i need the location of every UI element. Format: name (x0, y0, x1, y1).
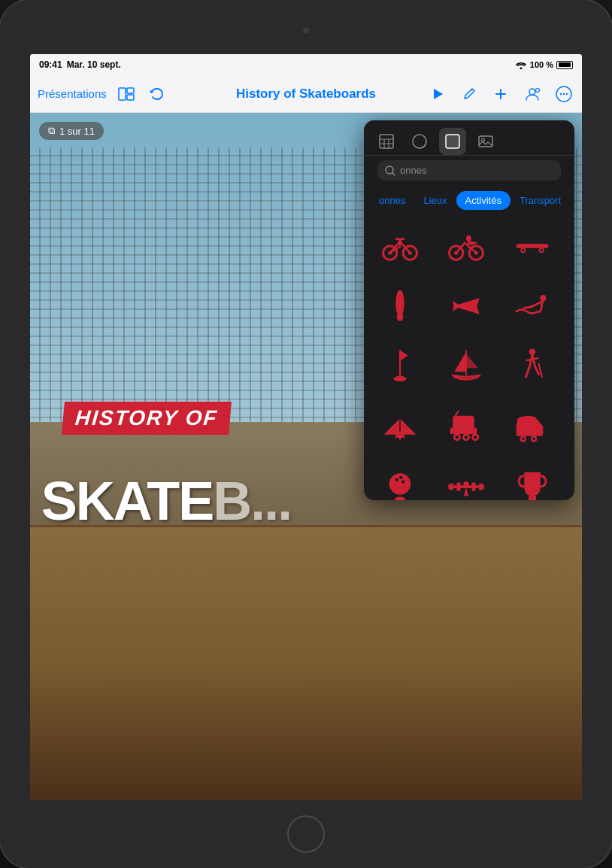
search-icon (385, 165, 395, 176)
category-personnes[interactable]: onnes (370, 191, 414, 210)
tab-table[interactable] (373, 128, 400, 155)
surfboard-icon-cell[interactable] (371, 278, 429, 335)
svg-point-70 (395, 497, 405, 500)
document-title: History of Skateboards (217, 86, 395, 102)
battery-percent: 100 % (530, 60, 553, 69)
date-display: Mar. 10 sept. (67, 59, 121, 70)
tab-chart[interactable] (406, 128, 433, 155)
svg-point-7 (536, 88, 540, 92)
swimmer-icon-cell[interactable] (504, 278, 561, 335)
add-button[interactable] (490, 83, 511, 105)
time-display: 09:41 (39, 59, 62, 70)
svg-point-58 (456, 436, 459, 439)
svg-point-78 (463, 481, 469, 487)
svg-point-21 (482, 138, 485, 141)
picker-tab-bar (364, 120, 574, 156)
svg-rect-77 (472, 482, 476, 490)
svg-rect-76 (457, 482, 461, 490)
svg-point-64 (522, 438, 525, 441)
svg-marker-3 (434, 89, 443, 99)
svg-marker-43 (400, 351, 408, 361)
battery-icon (556, 61, 573, 69)
svg-point-60 (474, 436, 477, 439)
svg-point-10 (563, 93, 565, 94)
tab-media[interactable] (472, 128, 499, 155)
svg-point-65 (532, 438, 535, 441)
more-button[interactable] (553, 83, 574, 105)
hiker-icon-cell[interactable] (504, 338, 561, 395)
toolbar: Présentations History o (30, 75, 582, 113)
icon-grid (364, 214, 574, 500)
play-button[interactable] (427, 83, 448, 105)
rollerskate-alt-icon-cell[interactable] (504, 398, 561, 455)
weightlifting-icon-cell[interactable] (438, 458, 495, 500)
svg-rect-74 (481, 484, 484, 489)
home-button[interactable] (287, 815, 325, 853)
svg-point-9 (560, 93, 562, 94)
svg-rect-54 (450, 427, 477, 434)
history-of-label: HISTORY OF (62, 402, 231, 435)
shape-picker-panel: onnes onnes Lieux Activités Transport (364, 120, 574, 500)
svg-point-28 (398, 240, 402, 244)
pencil-button[interactable] (459, 83, 480, 105)
svg-point-11 (566, 93, 568, 94)
svg-rect-79 (529, 496, 536, 500)
svg-point-67 (395, 478, 398, 481)
svg-point-68 (399, 476, 402, 479)
svg-point-38 (540, 249, 543, 252)
airplane-icon-cell[interactable] (438, 278, 495, 335)
hangglider-icon-cell[interactable] (371, 398, 429, 455)
sailboat-icon-cell[interactable] (438, 338, 495, 395)
trophy-icon-cell[interactable] (504, 458, 561, 500)
svg-rect-0 (119, 88, 126, 100)
rollerskate-icon-cell[interactable] (438, 398, 495, 455)
slides-panel-button[interactable] (116, 83, 137, 105)
bicycle-alt-icon-cell[interactable] (438, 217, 495, 275)
tab-shape[interactable] (439, 128, 466, 155)
slide-counter: ⧉ 1 sur 11 (39, 122, 104, 140)
svg-point-59 (465, 436, 468, 439)
svg-rect-61 (517, 431, 544, 436)
svg-point-6 (529, 89, 535, 95)
slide-canvas[interactable]: ⧉ 1 sur 11 HISTORY OF SKATEB... (30, 113, 582, 800)
svg-rect-5 (495, 93, 506, 95)
svg-rect-1 (127, 88, 134, 93)
bicycle-icon-cell[interactable] (371, 217, 429, 275)
category-activites[interactable]: Activités (456, 191, 511, 210)
search-placeholder: onnes (400, 165, 426, 176)
slides-icon: ⧉ (48, 125, 55, 137)
category-bar: onnes Lieux Activités Transport (364, 185, 574, 214)
counter-text: 1 sur 11 (59, 126, 95, 137)
svg-point-69 (401, 480, 404, 483)
back-button[interactable]: Présentations (38, 87, 107, 100)
wifi-icon (515, 60, 527, 69)
golf-icon-cell[interactable] (371, 338, 429, 395)
collaborate-button[interactable] (522, 83, 543, 105)
svg-point-18 (413, 135, 426, 148)
svg-rect-12 (380, 135, 393, 148)
svg-rect-72 (448, 484, 451, 489)
skateboard-icon-cell[interactable] (504, 217, 561, 275)
svg-point-45 (398, 375, 402, 380)
svg-rect-53 (453, 416, 474, 429)
svg-point-37 (522, 249, 525, 252)
svg-line-23 (392, 173, 395, 175)
category-transport[interactable]: Transport (511, 191, 570, 210)
svg-marker-48 (466, 354, 478, 369)
svg-point-33 (466, 235, 471, 241)
undo-button[interactable] (146, 83, 167, 105)
bowling-icon-cell[interactable] (371, 458, 429, 500)
status-bar: 09:41 Mar. 10 sept. 100 % (30, 54, 582, 75)
skate-label: SKATEB... (41, 470, 292, 532)
search-bar[interactable]: onnes (377, 160, 561, 181)
category-lieux[interactable]: Lieux (414, 191, 456, 210)
svg-marker-47 (454, 352, 466, 372)
svg-rect-34 (517, 244, 549, 248)
camera-dot (303, 27, 309, 33)
svg-rect-2 (127, 95, 134, 100)
svg-rect-20 (479, 136, 492, 147)
svg-point-40 (397, 313, 404, 321)
